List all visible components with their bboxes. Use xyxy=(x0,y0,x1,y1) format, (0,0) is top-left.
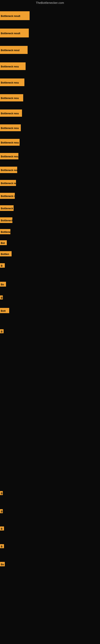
bar-row: Bottleneck resu xyxy=(0,62,26,70)
bar-row: B xyxy=(0,329,3,333)
bottleneck-result-bar: B xyxy=(0,491,3,495)
bottleneck-result-bar: B xyxy=(0,544,4,548)
site-title: TheBottlenecker.com xyxy=(0,0,100,5)
bar-row: B xyxy=(0,491,3,495)
bar-row: Bottleneck result xyxy=(0,11,30,20)
bar-row: Bottlenec xyxy=(0,229,10,234)
bar-row: Bottleneck res xyxy=(0,180,16,186)
bar-row: Bottleneck resu xyxy=(0,110,22,117)
bottleneck-result-bar: B xyxy=(0,296,3,300)
bottleneck-result-bar: Bottleneck resu xyxy=(0,153,18,160)
bottleneck-result-bar: B xyxy=(0,526,4,530)
bottleneck-result-bar: Bo xyxy=(0,282,6,286)
bar-row: B xyxy=(0,296,3,300)
bar-row: Bottleneck resu xyxy=(0,139,20,146)
bottleneck-result-bar: Bottleneck result xyxy=(0,11,30,20)
bottleneck-result-bar: Bottleneck res xyxy=(0,180,16,186)
bottleneck-result-bar: B xyxy=(0,263,5,268)
bar-row: Bottlen xyxy=(0,251,12,256)
bar-row: Bottleneck resul xyxy=(0,46,28,54)
bottleneck-result-bar: Bottleneck re xyxy=(0,193,15,199)
bottleneck-result-bar: Bottleneck re xyxy=(0,205,14,211)
bottleneck-result-bar: Bottlenec xyxy=(0,229,10,234)
bar-row: B xyxy=(0,263,5,268)
bar-row: Bottleneck resu xyxy=(0,153,18,160)
bottleneck-result-bar: Bottleneck result xyxy=(0,28,29,38)
bar-row: Bott xyxy=(0,308,9,313)
bottleneck-result-bar: Bo xyxy=(0,562,5,566)
bar-row: Bottleneck r xyxy=(0,217,12,223)
bottleneck-result-bar: B xyxy=(0,329,3,333)
bottleneck-result-bar: Bottlen xyxy=(0,251,12,256)
bar-row: B xyxy=(0,509,3,513)
bottleneck-result-bar: Bottleneck r xyxy=(0,217,12,223)
bar-row: Bottleneck re xyxy=(0,193,15,199)
bottleneck-result-bar: Bott xyxy=(0,308,9,313)
bottleneck-result-bar: Bottleneck resul xyxy=(0,46,28,54)
bottleneck-result-bar: Bot xyxy=(0,240,7,245)
bar-row: Bot xyxy=(0,240,7,245)
bar-row: B xyxy=(0,526,4,530)
bar-row: Bottleneck resu xyxy=(0,78,24,86)
bar-row: B xyxy=(0,544,4,548)
bottleneck-result-bar: Bottleneck resu xyxy=(0,110,22,117)
bar-row: Bottleneck re xyxy=(0,205,14,211)
bar-row: Bottleneck resu xyxy=(0,167,17,173)
bar-row: Bottleneck resu xyxy=(0,94,23,102)
bar-row: Bottleneck result xyxy=(0,28,29,38)
bar-row: Bottleneck resu xyxy=(0,124,21,131)
bottleneck-result-bar: Bottleneck resu xyxy=(0,78,24,86)
bottleneck-result-bar: Bottleneck resu xyxy=(0,62,26,70)
bottleneck-result-bar: Bottleneck resu xyxy=(0,139,20,146)
bar-row: Bo xyxy=(0,562,5,566)
bottleneck-result-bar: B xyxy=(0,509,3,513)
bottleneck-result-bar: Bottleneck resu xyxy=(0,124,21,131)
bottleneck-result-bar: Bottleneck resu xyxy=(0,167,17,173)
bottleneck-result-bar: Bottleneck resu xyxy=(0,94,23,102)
bar-row: Bo xyxy=(0,282,6,286)
